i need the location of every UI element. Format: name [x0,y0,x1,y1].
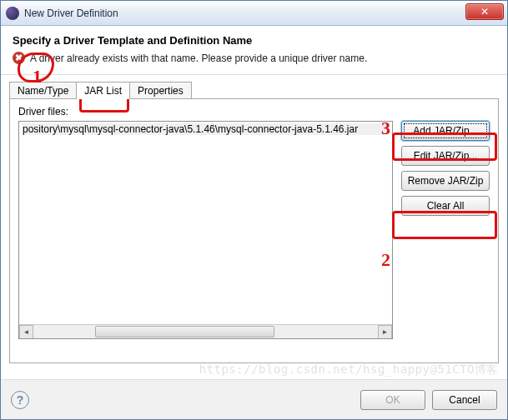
help-button[interactable]: ? [11,391,29,409]
clear-all-button[interactable]: Clear All [401,196,490,216]
cancel-button[interactable]: Cancel [432,390,497,410]
edit-jar-button[interactable]: Edit JAR/Zip... [401,146,490,166]
tabs-area: Name/Type JAR List Properties Driver fil… [1,75,507,363]
remove-jar-button[interactable]: Remove JAR/Zip [401,171,490,191]
banner: Specify a Driver Template and Definition… [1,26,507,75]
error-message: A driver already exists with that name. … [30,52,367,64]
banner-heading: Specify a Driver Template and Definition… [13,34,495,47]
driver-files-list[interactable]: pository\mysql\mysql-connector-java\5.1.… [18,121,393,339]
horizontal-scrollbar[interactable]: ◄ ► [19,324,392,338]
driver-files-label: Driver files: [18,106,490,118]
window-title: New Driver Definition [24,8,465,19]
tab-body-jar-list: Driver files: pository\mysql\mysql-conne… [9,98,499,363]
watermark-text: https://blog.csdn.net/hsg_happy@51CTO博客 [199,362,499,378]
tab-strip: Name/Type JAR List Properties [9,82,499,99]
bottom-bar: ? OK Cancel [1,379,507,419]
list-item[interactable]: pository\mysql\mysql-connector-java\5.1.… [23,123,389,135]
titlebar: New Driver Definition ✕ [1,1,507,26]
scroll-right-button[interactable]: ► [378,325,392,339]
dialog-window: New Driver Definition ✕ Specify a Driver… [0,0,508,420]
scroll-track[interactable] [33,325,378,338]
add-jar-button[interactable]: Add JAR/Zip... [401,121,490,141]
scroll-left-button[interactable]: ◄ [19,325,33,339]
error-icon: ✖ [13,52,25,64]
scroll-thumb[interactable] [95,326,274,338]
close-button[interactable]: ✕ [465,3,504,20]
ok-button[interactable]: OK [360,390,425,410]
tab-name-type[interactable]: Name/Type [9,82,77,99]
eclipse-icon [6,7,19,20]
tab-properties[interactable]: Properties [129,82,192,99]
error-row: ✖ A driver already exists with that name… [13,52,495,64]
tab-jar-list[interactable]: JAR List [76,82,130,99]
jar-button-column: Add JAR/Zip... Edit JAR/Zip... Remove JA… [401,121,490,339]
